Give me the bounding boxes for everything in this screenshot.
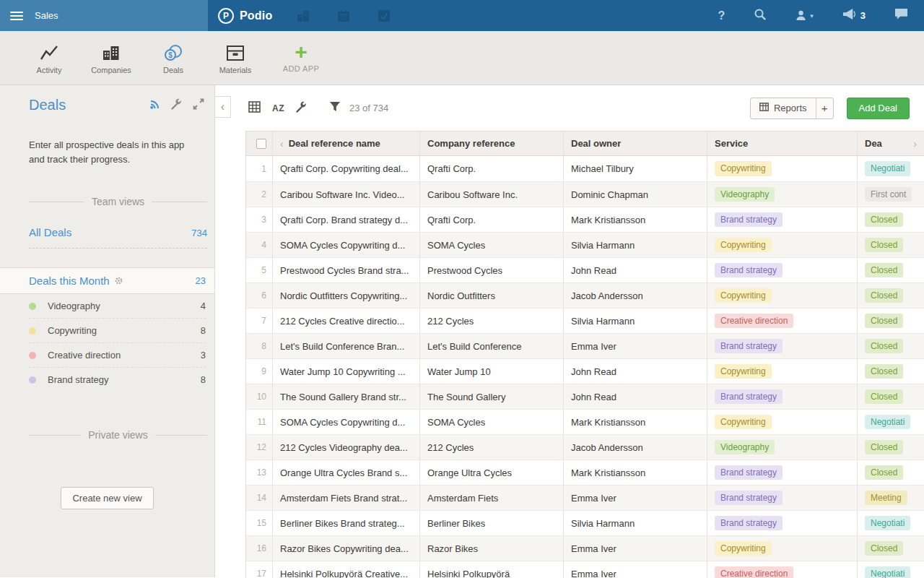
column-header-company[interactable]: Company reference xyxy=(427,138,515,149)
create-new-view-button[interactable]: Create new view xyxy=(61,487,153,509)
table-row[interactable]: 16 Razor Bikes Copywriting dea... Razor … xyxy=(246,535,924,561)
table-row[interactable]: 5 Prestwood Cycles Brand stra... Prestwo… xyxy=(246,257,924,282)
webhooks-icon[interactable] xyxy=(149,98,161,113)
column-header-owner[interactable]: Deal owner xyxy=(571,138,621,149)
cell-company-text[interactable]: Amsterdam Fiets xyxy=(419,486,563,510)
cell-deal-text[interactable]: Amsterdam Fiets Brand strat... xyxy=(272,486,419,510)
table-row[interactable]: 10 The Sound Gallery Brand str... The So… xyxy=(246,384,924,409)
table-row[interactable]: 6 Nordic Outfitters Copywriting... Nordi… xyxy=(246,282,924,308)
add-report-button[interactable]: + xyxy=(816,98,833,118)
user-menu[interactable]: ▾ xyxy=(796,9,814,22)
table-row[interactable]: 3 Qrafti Corp. Brand strategy d... Qraft… xyxy=(246,207,924,232)
cell-deal-text[interactable]: Nordic Outfitters Copywriting... xyxy=(272,283,419,308)
cell-deal-text[interactable]: Let's Build Conference Bran... xyxy=(272,334,419,358)
tasks-icon[interactable] xyxy=(378,9,391,22)
table-row[interactable]: 14 Amsterdam Fiets Brand strat... Amster… xyxy=(246,485,924,510)
cell-owner-text[interactable]: Jacob Andersson xyxy=(563,283,707,308)
cell-deal-text[interactable]: Prestwood Cycles Brand stra... xyxy=(272,258,419,282)
cell-company-text[interactable]: 212 Cycles xyxy=(419,435,563,460)
cell-deal-text[interactable]: Qrafti Corp. Brand strategy d... xyxy=(272,207,419,232)
cell-deal-text[interactable]: Berliner Bikes Brand strateg... xyxy=(272,511,419,535)
cell-company-text[interactable]: The Sound Gallery xyxy=(419,384,563,409)
app-item-deals[interactable]: $ Deals xyxy=(146,41,201,74)
calendar-icon[interactable] xyxy=(337,9,350,22)
table-row[interactable]: 9 Water Jump 10 Copywriting ... Water Ju… xyxy=(246,358,924,384)
cell-deal-text[interactable]: Qrafti Corp. Copywriting deal... xyxy=(272,156,419,181)
grid-view-icon[interactable] xyxy=(248,101,261,116)
workspace-switcher[interactable]: Sales xyxy=(0,0,208,31)
table-row[interactable]: 2 Caribou Software Inc. Video... Caribou… xyxy=(246,181,924,207)
scroll-columns-right-icon[interactable]: › xyxy=(909,138,917,150)
cell-company-text[interactable]: Water Jump 10 xyxy=(419,359,563,384)
help-icon[interactable]: ? xyxy=(718,9,725,22)
search-icon[interactable] xyxy=(754,8,767,24)
gear-icon[interactable] xyxy=(115,277,123,285)
cell-company-text[interactable]: Qrafti Corp. xyxy=(419,207,563,232)
view-all-deals[interactable]: All Deals 734 xyxy=(29,226,207,249)
table-row[interactable]: 13 Orange Ultra Cycles Brand s... Orange… xyxy=(246,460,924,485)
add-app-button[interactable]: + ADD APP xyxy=(270,43,332,73)
table-row[interactable]: 12 212 Cycles Videography dea... 212 Cyc… xyxy=(246,434,924,460)
app-settings-icon[interactable] xyxy=(171,98,183,113)
table-row[interactable]: 15 Berliner Bikes Brand strateg... Berli… xyxy=(246,510,924,535)
cell-owner-text[interactable]: Emma Iver xyxy=(563,561,707,578)
cell-deal-text[interactable]: Razor Bikes Copywriting dea... xyxy=(272,536,419,561)
cell-owner-text[interactable]: Silvia Harmann xyxy=(563,233,707,257)
tools-icon[interactable] xyxy=(296,101,308,116)
cell-company-text[interactable]: Helsinki Polkupyörä xyxy=(419,561,563,578)
cell-owner-text[interactable]: Jacob Andersson xyxy=(563,435,707,460)
select-all-checkbox[interactable] xyxy=(256,139,266,149)
cell-owner-text[interactable]: John Read xyxy=(563,359,707,384)
cell-company-text[interactable]: Caribou Software Inc. xyxy=(419,182,563,207)
cell-company-text[interactable]: SOMA Cycles xyxy=(419,233,563,257)
app-item-companies[interactable]: Companies xyxy=(84,41,139,74)
apps-icon[interactable] xyxy=(297,9,310,22)
add-deal-button[interactable]: Add Deal xyxy=(847,98,910,119)
cell-company-text[interactable]: Let's Build Conference xyxy=(419,334,563,358)
table-row[interactable]: 4 SOMA Cycles Copywriting d... SOMA Cycl… xyxy=(246,232,924,257)
cell-deal-text[interactable]: Caribou Software Inc. Video... xyxy=(272,182,419,207)
chat-icon[interactable] xyxy=(894,8,908,23)
cell-owner-text[interactable]: John Read xyxy=(563,258,707,282)
cell-deal-text[interactable]: Water Jump 10 Copywriting ... xyxy=(272,359,419,384)
cell-company-text[interactable]: Berliner Bikes xyxy=(419,511,563,535)
cell-company-text[interactable]: Orange Ultra Cycles xyxy=(419,460,563,485)
notifications-button[interactable]: 3 xyxy=(842,8,866,23)
cell-deal-text[interactable]: Orange Ultra Cycles Brand s... xyxy=(272,460,419,485)
cell-company-text[interactable]: Prestwood Cycles xyxy=(419,258,563,282)
column-header-stage[interactable]: Dea xyxy=(865,138,882,149)
cell-company-text[interactable]: SOMA Cycles xyxy=(419,410,563,434)
cell-owner-text[interactable]: Emma Iver xyxy=(563,536,707,561)
cell-deal-text[interactable]: 212 Cycles Videography dea... xyxy=(272,435,419,460)
cell-company-text[interactable]: Nordic Outfitters xyxy=(419,283,563,308)
filter-icon[interactable] xyxy=(329,101,341,115)
scroll-columns-left-icon[interactable]: ‹ xyxy=(280,138,284,150)
cell-owner-text[interactable]: Emma Iver xyxy=(563,334,707,358)
column-header-service[interactable]: Service xyxy=(715,138,748,149)
view-deals-this-month[interactable]: Deals this Month 23 xyxy=(0,267,214,294)
view-label[interactable]: All Deals xyxy=(29,226,71,238)
cell-owner-text[interactable]: Silvia Harmann xyxy=(563,309,707,333)
collapse-sidebar-button[interactable]: ‹ xyxy=(215,96,231,118)
cell-owner-text[interactable]: John Read xyxy=(563,384,707,409)
cell-owner-text[interactable]: Michael Tilbury xyxy=(563,156,707,181)
cell-deal-text[interactable]: 212 Cycles Creative directio... xyxy=(272,309,419,333)
podio-brand[interactable]: P Podio xyxy=(218,8,272,24)
cell-deal-text[interactable]: The Sound Gallery Brand str... xyxy=(272,384,419,409)
table-row[interactable]: 7 212 Cycles Creative directio... 212 Cy… xyxy=(246,308,924,333)
cell-owner-text[interactable]: Mark Kristiansson xyxy=(563,207,707,232)
cell-owner-text[interactable]: Emma Iver xyxy=(563,486,707,510)
table-row[interactable]: 1 Qrafti Corp. Copywriting deal... Qraft… xyxy=(246,156,924,181)
cell-owner-text[interactable]: Mark Kristiansson xyxy=(563,410,707,434)
table-row[interactable]: 11 SOMA Cycles Copywriting d... SOMA Cyc… xyxy=(246,409,924,434)
cell-owner-text[interactable]: Silvia Harmann xyxy=(563,511,707,535)
cell-deal-text[interactable]: SOMA Cycles Copywriting d... xyxy=(272,233,419,257)
app-item-activity[interactable]: Activity xyxy=(22,41,77,74)
sort-az-icon[interactable]: AZ xyxy=(272,103,284,113)
cell-deal-text[interactable]: Helsinki Polkupyörä Creative... xyxy=(272,561,419,578)
cell-owner-text[interactable]: Dominic Chapman xyxy=(563,182,707,207)
table-row[interactable]: 8 Let's Build Conference Bran... Let's B… xyxy=(246,333,924,358)
view-label[interactable]: Deals this Month xyxy=(29,275,110,287)
expand-icon[interactable] xyxy=(193,98,204,113)
cell-company-text[interactable]: 212 Cycles xyxy=(419,309,563,333)
